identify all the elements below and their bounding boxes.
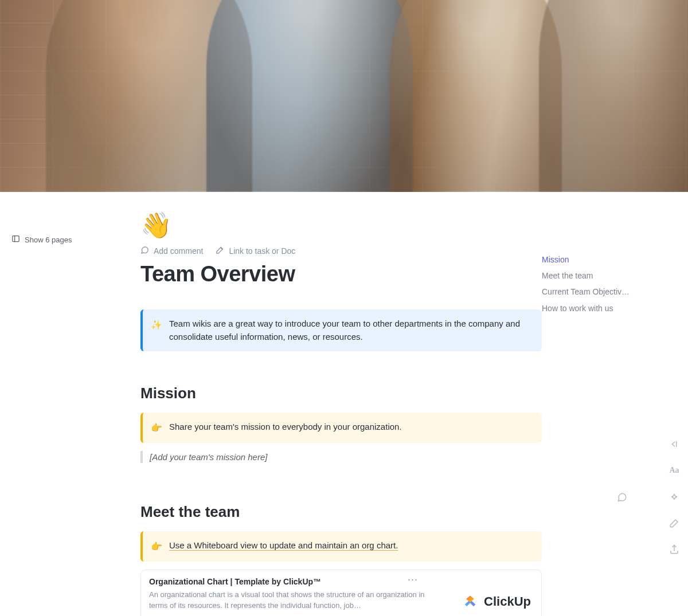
intro-callout-text: Team wikis are a great way to introduce …	[169, 317, 531, 343]
intro-callout[interactable]: ✨ Team wikis are a great way to introduc…	[140, 309, 542, 351]
link-card-brand: ClickUp	[462, 594, 531, 610]
heading-meet-team[interactable]: Meet the team	[140, 503, 542, 521]
show-pages-label: Show 6 pages	[25, 236, 72, 244]
mission-callout[interactable]: 👉 Share your team's mission to everybody…	[140, 413, 542, 443]
link-card-desc: An organizational chart is a visual tool…	[149, 590, 441, 611]
link-task-button[interactable]: Link to task or Doc	[216, 246, 295, 256]
share-icon[interactable]	[669, 544, 680, 555]
card-menu-button[interactable]: ···	[408, 574, 418, 586]
cover-image[interactable]	[0, 0, 688, 192]
sidebar-icon	[11, 234, 20, 245]
ai-sparkle-icon[interactable]	[669, 491, 680, 503]
mission-callout-text: Share your team's mission to everybody i…	[169, 421, 402, 435]
toc-item-work-with-us[interactable]: How to work with us	[542, 300, 634, 316]
magic-wand-icon[interactable]	[669, 517, 680, 529]
show-pages-button[interactable]: Show 6 pages	[7, 232, 76, 247]
collapse-icon[interactable]	[669, 438, 680, 450]
point-right-icon: 👉	[151, 540, 162, 554]
right-toolbar: Aa	[669, 438, 680, 555]
toc-item-objectives[interactable]: Current Team Objective…	[542, 284, 634, 300]
heading-mission[interactable]: Mission	[140, 384, 542, 402]
link-task-label: Link to task or Doc	[229, 246, 295, 256]
meet-callout-text: Use a Whiteboard view to update and main…	[169, 539, 398, 554]
inline-comment-button[interactable]	[617, 492, 628, 504]
wand-icon	[216, 246, 224, 256]
clickup-logo-icon	[462, 594, 478, 610]
meet-callout-link[interactable]: Use a Whiteboard view to update and main…	[169, 540, 398, 550]
mission-placeholder[interactable]: [Add your team's mission here]	[140, 451, 542, 463]
link-card-title: Organizational Chart | Template by Click…	[149, 577, 441, 586]
add-comment-button[interactable]: Add comment	[140, 246, 203, 256]
page-title[interactable]: Team Overview	[140, 262, 542, 287]
toc-item-meet-team[interactable]: Meet the team	[542, 268, 634, 284]
add-comment-label: Add comment	[154, 246, 203, 256]
meet-callout[interactable]: 👉 Use a Whiteboard view to update and ma…	[140, 531, 542, 562]
svg-rect-0	[13, 236, 19, 242]
link-card-brand-name: ClickUp	[484, 594, 531, 609]
sparkle-icon: ✨	[151, 318, 162, 343]
comment-icon	[140, 246, 149, 256]
doc-emoji[interactable]: 👋	[140, 213, 542, 238]
toc-item-mission[interactable]: Mission	[542, 252, 634, 268]
typography-icon[interactable]: Aa	[669, 465, 680, 476]
link-preview-card[interactable]: ··· Organizational Chart | Template by C…	[140, 570, 542, 616]
point-right-icon: 👉	[151, 421, 162, 435]
table-of-contents: Mission Meet the team Current Team Objec…	[542, 192, 634, 316]
